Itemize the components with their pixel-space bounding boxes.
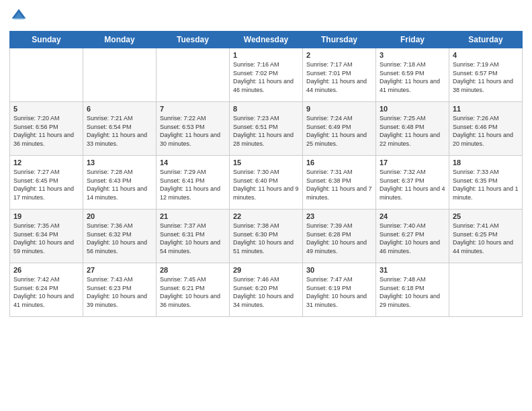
day-number: 7 (160, 105, 226, 113)
weekday-thursday: Thursday (303, 32, 376, 48)
day-number: 28 (160, 266, 226, 274)
calendar-cell (449, 263, 523, 317)
calendar-cell: 15Sunrise: 7:30 AMSunset: 6:40 PMDayligh… (230, 156, 303, 210)
calendar-cell: 25Sunrise: 7:41 AMSunset: 6:25 PMDayligh… (449, 210, 523, 263)
weekday-wednesday: Wednesday (230, 32, 303, 48)
calendar-cell: 5Sunrise: 7:20 AMSunset: 6:56 PMDaylight… (10, 102, 83, 156)
day-number: 5 (13, 105, 79, 113)
day-number: 4 (453, 51, 519, 59)
day-number: 8 (233, 105, 299, 113)
weekday-tuesday: Tuesday (157, 32, 230, 48)
calendar-cell: 6Sunrise: 7:21 AMSunset: 6:54 PMDaylight… (83, 102, 157, 156)
calendar-cell: 20Sunrise: 7:36 AMSunset: 6:32 PMDayligh… (83, 210, 157, 263)
calendar-cell: 17Sunrise: 7:32 AMSunset: 6:37 PMDayligh… (376, 156, 449, 210)
weekday-friday: Friday (376, 32, 449, 48)
day-number: 6 (87, 105, 152, 113)
weekday-saturday: Saturday (449, 32, 523, 48)
calendar-cell: 22Sunrise: 7:38 AMSunset: 6:30 PMDayligh… (230, 210, 303, 263)
calendar-cell: 23Sunrise: 7:39 AMSunset: 6:28 PMDayligh… (303, 210, 376, 263)
cell-info: Sunrise: 7:18 AMSunset: 6:59 PMDaylight:… (380, 60, 445, 94)
calendar-cell: 10Sunrise: 7:25 AMSunset: 6:48 PMDayligh… (376, 102, 449, 156)
weekday-header-row: SundayMondayTuesdayWednesdayThursdayFrid… (10, 32, 523, 48)
page: SundayMondayTuesdayWednesdayThursdayFrid… (0, 0, 532, 411)
day-number: 2 (306, 51, 372, 59)
cell-info: Sunrise: 7:39 AMSunset: 6:28 PMDaylight:… (306, 222, 372, 255)
calendar-cell: 8Sunrise: 7:23 AMSunset: 6:51 PMDaylight… (230, 102, 303, 156)
week-row-1: 5Sunrise: 7:20 AMSunset: 6:56 PMDaylight… (10, 102, 523, 156)
day-number: 26 (13, 266, 79, 274)
logo (9, 7, 30, 26)
day-number: 18 (453, 158, 519, 167)
cell-info: Sunrise: 7:29 AMSunset: 6:41 PMDaylight:… (160, 168, 226, 201)
cell-info: Sunrise: 7:20 AMSunset: 6:56 PMDaylight:… (13, 114, 79, 148)
cell-info: Sunrise: 7:17 AMSunset: 7:01 PMDaylight:… (306, 60, 372, 94)
day-number: 19 (13, 212, 79, 220)
day-number: 20 (87, 212, 152, 220)
day-number: 24 (380, 212, 445, 220)
calendar-cell (10, 48, 83, 102)
calendar-cell: 26Sunrise: 7:42 AMSunset: 6:24 PMDayligh… (10, 263, 83, 317)
cell-info: Sunrise: 7:43 AMSunset: 6:23 PMDaylight:… (87, 275, 152, 309)
calendar-cell: 1Sunrise: 7:16 AMSunset: 7:02 PMDaylight… (230, 48, 303, 102)
calendar-cell (83, 48, 157, 102)
calendar-cell: 14Sunrise: 7:29 AMSunset: 6:41 PMDayligh… (157, 156, 230, 210)
cell-info: Sunrise: 7:38 AMSunset: 6:30 PMDaylight:… (233, 222, 299, 255)
calendar-cell: 24Sunrise: 7:40 AMSunset: 6:27 PMDayligh… (376, 210, 449, 263)
calendar-cell (157, 48, 230, 102)
calendar-cell: 16Sunrise: 7:31 AMSunset: 6:38 PMDayligh… (303, 156, 376, 210)
cell-info: Sunrise: 7:16 AMSunset: 7:02 PMDaylight:… (233, 60, 299, 94)
day-number: 30 (306, 266, 372, 274)
logo-icon (9, 7, 28, 26)
weekday-monday: Monday (83, 32, 157, 48)
day-number: 29 (233, 266, 299, 274)
cell-info: Sunrise: 7:32 AMSunset: 6:37 PMDaylight:… (380, 168, 445, 201)
calendar-cell: 13Sunrise: 7:28 AMSunset: 6:43 PMDayligh… (83, 156, 157, 210)
cell-info: Sunrise: 7:24 AMSunset: 6:49 PMDaylight:… (306, 114, 372, 148)
day-number: 17 (380, 158, 445, 167)
cell-info: Sunrise: 7:22 AMSunset: 6:53 PMDaylight:… (160, 114, 226, 148)
cell-info: Sunrise: 7:36 AMSunset: 6:32 PMDaylight:… (87, 222, 152, 255)
calendar-cell: 12Sunrise: 7:27 AMSunset: 6:45 PMDayligh… (10, 156, 83, 210)
calendar-cell: 21Sunrise: 7:37 AMSunset: 6:31 PMDayligh… (157, 210, 230, 263)
weekday-sunday: Sunday (10, 32, 83, 48)
day-number: 12 (13, 158, 79, 167)
day-number: 10 (380, 105, 445, 113)
day-number: 1 (233, 51, 299, 59)
cell-info: Sunrise: 7:21 AMSunset: 6:54 PMDaylight:… (87, 114, 152, 148)
cell-info: Sunrise: 7:48 AMSunset: 6:18 PMDaylight:… (380, 275, 445, 309)
calendar-cell: 31Sunrise: 7:48 AMSunset: 6:18 PMDayligh… (376, 263, 449, 317)
cell-info: Sunrise: 7:28 AMSunset: 6:43 PMDaylight:… (87, 168, 152, 201)
cell-info: Sunrise: 7:27 AMSunset: 6:45 PMDaylight:… (13, 168, 79, 201)
day-number: 25 (453, 212, 519, 220)
cell-info: Sunrise: 7:19 AMSunset: 6:57 PMDaylight:… (453, 60, 519, 94)
calendar-cell: 9Sunrise: 7:24 AMSunset: 6:49 PMDaylight… (303, 102, 376, 156)
day-number: 13 (87, 158, 152, 167)
cell-info: Sunrise: 7:33 AMSunset: 6:35 PMDaylight:… (453, 168, 519, 201)
week-row-3: 19Sunrise: 7:35 AMSunset: 6:34 PMDayligh… (10, 210, 523, 263)
cell-info: Sunrise: 7:37 AMSunset: 6:31 PMDaylight:… (160, 222, 226, 255)
cell-info: Sunrise: 7:26 AMSunset: 6:46 PMDaylight:… (453, 114, 519, 148)
week-row-2: 12Sunrise: 7:27 AMSunset: 6:45 PMDayligh… (10, 156, 523, 210)
cell-info: Sunrise: 7:46 AMSunset: 6:20 PMDaylight:… (233, 275, 299, 309)
day-number: 11 (453, 105, 519, 113)
calendar-cell: 18Sunrise: 7:33 AMSunset: 6:35 PMDayligh… (449, 156, 523, 210)
day-number: 22 (233, 212, 299, 220)
calendar-cell: 3Sunrise: 7:18 AMSunset: 6:59 PMDaylight… (376, 48, 449, 102)
day-number: 14 (160, 158, 226, 167)
cell-info: Sunrise: 7:23 AMSunset: 6:51 PMDaylight:… (233, 114, 299, 148)
cell-info: Sunrise: 7:45 AMSunset: 6:21 PMDaylight:… (160, 275, 226, 309)
day-number: 27 (87, 266, 152, 274)
day-number: 23 (306, 212, 372, 220)
day-number: 15 (233, 158, 299, 167)
cell-info: Sunrise: 7:31 AMSunset: 6:38 PMDaylight:… (306, 168, 372, 201)
cell-info: Sunrise: 7:30 AMSunset: 6:40 PMDaylight:… (233, 168, 299, 201)
cell-info: Sunrise: 7:35 AMSunset: 6:34 PMDaylight:… (13, 222, 79, 255)
day-number: 21 (160, 212, 226, 220)
week-row-0: 1Sunrise: 7:16 AMSunset: 7:02 PMDaylight… (10, 48, 523, 102)
header (9, 7, 523, 26)
cell-info: Sunrise: 7:47 AMSunset: 6:19 PMDaylight:… (306, 275, 372, 309)
day-number: 31 (380, 266, 445, 274)
calendar-cell: 29Sunrise: 7:46 AMSunset: 6:20 PMDayligh… (230, 263, 303, 317)
calendar-cell: 30Sunrise: 7:47 AMSunset: 6:19 PMDayligh… (303, 263, 376, 317)
calendar-cell: 7Sunrise: 7:22 AMSunset: 6:53 PMDaylight… (157, 102, 230, 156)
